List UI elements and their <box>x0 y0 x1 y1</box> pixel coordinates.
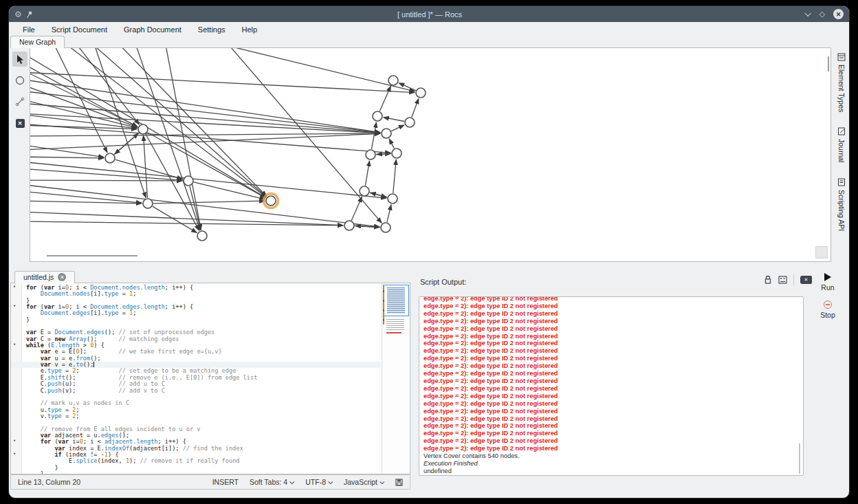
output-line: edge.type = 2): edge type ID 2 not regis… <box>424 370 799 377</box>
cursor-icon <box>16 54 25 65</box>
canvas-resize-grip[interactable] <box>815 246 828 259</box>
editor-minimap[interactable] <box>382 283 410 474</box>
menu-help[interactable]: Help <box>234 23 266 36</box>
graph-node[interactable] <box>405 118 415 127</box>
tab-mode-select[interactable]: Soft Tabs: 4 <box>250 478 294 486</box>
menu-file[interactable]: File <box>14 23 43 36</box>
graph-node[interactable] <box>138 124 148 134</box>
graph-node[interactable] <box>197 231 207 241</box>
graph-edge <box>30 91 380 133</box>
script-output-label: Script Output: <box>420 278 466 286</box>
minimap-viewport[interactable] <box>383 285 409 316</box>
encoding-select[interactable]: UTF-8 <box>305 478 333 486</box>
graph-edge <box>226 48 382 223</box>
canvas-hscroll-handle[interactable] <box>47 255 138 256</box>
graph-edge <box>351 197 362 220</box>
script-output-box[interactable]: edge.type = 2): edge type ID 2 not regis… <box>419 296 804 476</box>
menu-graph-document[interactable]: Graph Document <box>116 23 190 36</box>
graph-canvas[interactable] <box>30 47 831 262</box>
graph-node[interactable] <box>184 176 193 186</box>
window-title: [ untitled ]* — Rocs <box>9 10 850 19</box>
scripting-api-icon <box>837 178 846 186</box>
graph-edge <box>201 48 415 91</box>
titlebar[interactable]: ⚙ [ untitled ]* — Rocs ◇ ✕ <box>9 6 850 22</box>
code-line[interactable]: v.type = 2; <box>11 413 381 419</box>
graph-node[interactable] <box>143 199 153 208</box>
fold-arrow-icon[interactable]: ▾ <box>13 438 16 444</box>
output-line: edge.type = 2): edge type ID 2 not regis… <box>424 362 799 370</box>
code-line[interactable]: E.splice(index, 1); // remove it if real… <box>11 458 381 464</box>
fold-arrow-icon[interactable]: ▾ <box>13 303 16 309</box>
graph-edge <box>144 135 148 198</box>
run-icon[interactable] <box>824 273 831 281</box>
graph-node[interactable] <box>388 194 397 204</box>
sidetab-element-types[interactable]: Element Types <box>837 53 846 112</box>
export-icon[interactable] <box>778 276 787 284</box>
sidetab-scripting-api[interactable]: Scripting API <box>837 178 846 231</box>
graph-node[interactable] <box>360 186 369 196</box>
output-line: edge.type = 2): edge type ID 2 not regis… <box>424 408 799 415</box>
code-editor[interactable]: ▾for (var i=0; i < Document.nodes.length… <box>10 283 410 474</box>
graph-edge <box>75 48 140 124</box>
screen: ⚙ [ untitled ]* — Rocs ◇ ✕ FileScript Do… <box>0 0 858 504</box>
maximize-icon[interactable]: ◇ <box>820 10 825 18</box>
graph-edge <box>30 124 390 153</box>
graph-node[interactable] <box>416 88 426 98</box>
stop-button[interactable]: Stop <box>820 311 835 319</box>
code-line[interactable]: Document.edges[i].type = 1; <box>11 310 381 316</box>
graph-node-selected[interactable] <box>266 196 276 206</box>
code-line[interactable]: } <box>11 317 381 323</box>
delete-icon: ✕ <box>16 119 25 128</box>
run-button[interactable]: Run <box>821 283 834 292</box>
pin-icon[interactable] <box>26 10 33 19</box>
graph-node[interactable] <box>392 149 402 158</box>
stop-icon[interactable] <box>824 300 832 309</box>
graph-node[interactable] <box>344 221 354 230</box>
close-icon[interactable]: ✕ <box>833 9 844 19</box>
select-tool-button[interactable] <box>12 52 28 67</box>
close-tab-icon[interactable]: ✕ <box>58 273 66 281</box>
output-scroll-handle[interactable] <box>799 443 800 474</box>
code-line[interactable]: } <box>11 465 381 471</box>
editor-statusbar: Line 13, Column 20 INSERT Soft Tabs: 4 U… <box>10 474 410 490</box>
graph-edge <box>115 133 139 154</box>
output-line: edge.type = 2): edge type ID 2 not regis… <box>424 347 799 355</box>
cursor-position: Line 13, Column 20 <box>18 478 80 486</box>
run-controls: Run Stop <box>806 273 849 319</box>
menu-settings[interactable]: Settings <box>190 23 234 36</box>
graph-edge <box>380 86 390 111</box>
graph-nodes <box>105 76 426 241</box>
output-line: edge.type = 2): edge type ID 2 not regis… <box>424 437 799 445</box>
graph-node[interactable] <box>373 111 382 121</box>
graph-edge <box>30 86 138 127</box>
lock-icon[interactable] <box>764 275 772 285</box>
tab-new-graph[interactable]: New Graph <box>10 36 65 48</box>
sidetab-journal[interactable]: Journal <box>837 127 846 162</box>
save-icon[interactable] <box>395 479 403 486</box>
output-line: edge.type = 2): edge type ID 2 not regis… <box>424 445 799 452</box>
add-node-tool-button[interactable] <box>12 73 28 88</box>
code-line[interactable]: C.push(v); // add v to C <box>11 388 381 394</box>
add-edge-tool-button[interactable] <box>12 94 28 109</box>
insert-mode[interactable]: INSERT <box>212 478 239 486</box>
graph-edge <box>30 54 265 197</box>
output-line: edge.type = 2): edge type ID 2 not regis… <box>424 400 799 408</box>
delete-tool-button[interactable]: ✕ <box>12 116 28 131</box>
graph-node[interactable] <box>381 223 390 232</box>
graph-node[interactable] <box>388 76 398 85</box>
circle-icon <box>15 76 25 85</box>
fold-arrow-icon[interactable]: ▾ <box>13 342 16 348</box>
menu-script-document[interactable]: Script Document <box>43 23 116 36</box>
output-line: edge.type = 2): edge type ID 2 not regis… <box>424 310 799 318</box>
graph-node[interactable] <box>105 153 115 163</box>
fold-arrow-icon[interactable]: ▾ <box>13 284 16 290</box>
menubar: FileScript DocumentGraph DocumentSetting… <box>9 22 850 36</box>
fold-arrow-icon[interactable]: ▾ <box>13 451 16 457</box>
tab-untitled-js[interactable]: untitled.js ✕ <box>14 271 75 283</box>
canvas-vscroll-handle[interactable] <box>828 56 829 72</box>
graph-node[interactable] <box>382 129 391 138</box>
code-line[interactable]: Document.nodes[i].type = 1; <box>11 291 381 297</box>
graph-edge <box>387 205 391 222</box>
language-select[interactable]: JavaScript <box>344 478 384 486</box>
graph-node[interactable] <box>366 150 375 160</box>
